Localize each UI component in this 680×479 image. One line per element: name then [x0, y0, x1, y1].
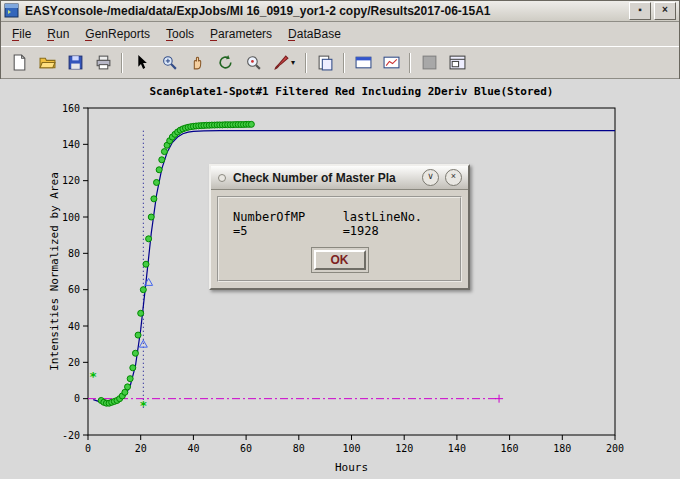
svg-text:100: 100 [62, 212, 80, 223]
svg-text:40: 40 [68, 321, 80, 332]
close-button[interactable]: × [654, 2, 676, 20]
svg-text:Intensities Normalized by Area: Intensities Normalized by Area [48, 172, 61, 371]
toolbar-separator [343, 53, 345, 73]
menu-file[interactable]: File [4, 24, 39, 44]
paint-brush-icon[interactable]: ▾ [267, 49, 301, 77]
dialog-titlebar[interactable]: Check Number of Master Pla ∨ × [211, 166, 468, 190]
menu-tools[interactable]: Tools [158, 24, 202, 44]
toolbar-separator [121, 53, 123, 73]
svg-text:180: 180 [553, 443, 571, 454]
toolbar-separator [409, 53, 411, 73]
dialog-body: NumberOfMP =5 lastLineNo. =1928 OK [217, 196, 462, 282]
placeholder-square-icon[interactable] [415, 49, 443, 77]
svg-text:80: 80 [68, 248, 80, 259]
dialog-title: Check Number of Master Pla [233, 171, 416, 185]
window-layout-icon[interactable] [443, 49, 471, 77]
svg-text:120: 120 [395, 443, 413, 454]
window-title: EASYconsole-/media/data/ExpJobs/MI 16_09… [25, 4, 626, 18]
check-number-dialog: Check Number of Master Pla ∨ × NumberOfM… [209, 164, 470, 290]
svg-text:140: 140 [62, 139, 80, 150]
figure-properties-icon[interactable] [349, 49, 377, 77]
menu-genreports[interactable]: GenReports [77, 24, 158, 44]
dialog-icon [217, 173, 227, 183]
svg-text:160: 160 [62, 103, 80, 114]
rotate-icon[interactable] [211, 49, 239, 77]
svg-text:140: 140 [448, 443, 466, 454]
copy-clipboard-icon[interactable] [311, 49, 339, 77]
svg-text:-20: -20 [62, 430, 80, 441]
pan-hand-icon[interactable] [183, 49, 211, 77]
svg-text:80: 80 [293, 443, 305, 454]
app-icon [4, 3, 19, 18]
numberofmp-value: NumberOfMP =5 [233, 210, 317, 238]
open-file-icon[interactable] [33, 49, 61, 77]
dialog-info-row: NumberOfMP =5 lastLineNo. =1928 [227, 210, 452, 238]
svg-text:40: 40 [187, 443, 199, 454]
menu-parameters[interactable]: Parameters [202, 24, 280, 44]
menu-bar: File Run GenReports Tools Parameters Dat… [0, 22, 680, 46]
print-icon[interactable] [89, 49, 117, 77]
svg-text:60: 60 [240, 443, 252, 454]
svg-text:200: 200 [606, 443, 624, 454]
menu-run[interactable]: Run [39, 24, 77, 44]
svg-text:Hours: Hours [335, 461, 368, 474]
svg-text:120: 120 [62, 175, 80, 186]
dropdown-caret-icon: ▾ [291, 58, 295, 67]
axes-properties-icon[interactable] [377, 49, 405, 77]
ok-button[interactable]: OK [314, 250, 366, 270]
svg-text:0: 0 [85, 443, 91, 454]
app-window: EASYconsole-/media/data/ExpJobs/MI 16_09… [0, 0, 680, 479]
window-titlebar[interactable]: EASYconsole-/media/data/ExpJobs/MI 16_09… [0, 0, 680, 22]
svg-text:100: 100 [342, 443, 360, 454]
zoom-in-icon[interactable] [155, 49, 183, 77]
dialog-collapse-button[interactable]: ∨ [422, 169, 439, 186]
minimize-button[interactable]: ▪ [629, 2, 651, 20]
datatip-icon[interactable] [239, 49, 267, 77]
dialog-close-button[interactable]: × [445, 169, 462, 186]
lastlineno-value: lastLineNo. =1928 [343, 210, 452, 238]
toolbar: ▾ [0, 46, 680, 79]
svg-text:0: 0 [74, 393, 80, 404]
pointer-icon[interactable] [127, 49, 155, 77]
svg-text:20: 20 [68, 357, 80, 368]
svg-text:60: 60 [68, 284, 80, 295]
menu-database[interactable]: DataBase [280, 24, 349, 44]
toolbar-separator [305, 53, 307, 73]
svg-text:*: * [139, 398, 147, 413]
svg-text:20: 20 [135, 443, 147, 454]
svg-text:160: 160 [501, 443, 519, 454]
svg-text:*: * [89, 369, 97, 384]
new-file-icon[interactable] [5, 49, 33, 77]
svg-text:Scan6plate1-Spot#1 Filtered Re: Scan6plate1-Spot#1 Filtered Red Includin… [150, 85, 554, 98]
save-icon[interactable] [61, 49, 89, 77]
